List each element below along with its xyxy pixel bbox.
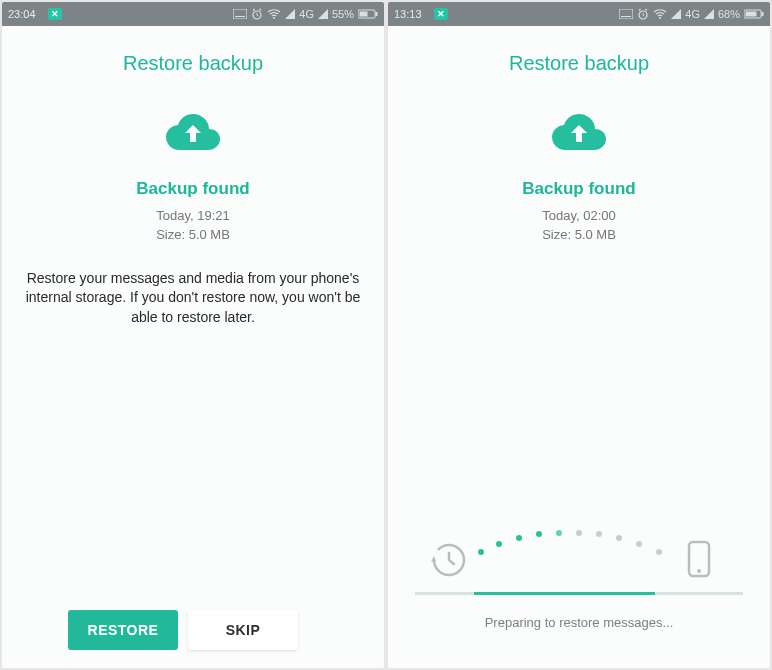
- wifi-icon: [653, 9, 667, 19]
- status-time: 23:04: [8, 8, 36, 20]
- backup-time: Today, 02:00: [542, 207, 616, 226]
- alarm-icon: [637, 8, 649, 20]
- content-area: Restore backup Backup found Today, 02:00…: [388, 26, 770, 668]
- progress-fill: [474, 592, 655, 595]
- card-icon: [619, 9, 633, 19]
- signal-icon: [671, 9, 681, 19]
- transfer-animation: [388, 522, 770, 582]
- phone-screen-right: 13:13 ✕ 4G 68% Restore backup: [388, 2, 770, 668]
- backup-found-title: Backup found: [522, 179, 635, 199]
- svg-point-10: [659, 17, 661, 19]
- statusbar: 23:04 ✕ 4G 55%: [2, 2, 384, 26]
- app-badge-icon: ✕: [434, 8, 448, 20]
- svg-rect-1: [235, 16, 245, 17]
- skip-button[interactable]: SKIP: [188, 610, 298, 650]
- statusbar: 13:13 ✕ 4G 68%: [388, 2, 770, 26]
- battery-percent: 68%: [718, 8, 740, 20]
- progress-bar: [415, 592, 744, 595]
- svg-rect-5: [360, 12, 368, 17]
- network-label: 4G: [299, 8, 314, 20]
- backup-size: Size: 5.0 MB: [156, 226, 230, 245]
- cloud-upload-icon: [164, 111, 222, 157]
- signal-icon: [285, 9, 295, 19]
- cloud-upload-icon: [550, 111, 608, 157]
- svg-point-15: [478, 549, 484, 555]
- restore-description: Restore your messages and media from you…: [2, 269, 384, 328]
- app-badge-icon: ✕: [48, 8, 62, 20]
- progress-status-text: Preparing to restore messages...: [485, 615, 674, 630]
- svg-rect-13: [762, 12, 764, 16]
- card-icon: [233, 9, 247, 19]
- page-title: Restore backup: [123, 52, 263, 75]
- page-title: Restore backup: [509, 52, 649, 75]
- backup-time: Today, 19:21: [156, 207, 230, 226]
- action-row: RESTORE SKIP: [2, 610, 384, 668]
- svg-point-16: [496, 541, 502, 547]
- backup-meta: Today, 19:21 Size: 5.0 MB: [156, 207, 230, 245]
- phone-screen-left: 23:04 ✕ 4G 55% Restore backup: [2, 2, 384, 668]
- svg-point-20: [576, 530, 582, 536]
- svg-rect-0: [233, 9, 247, 19]
- restore-button[interactable]: RESTORE: [68, 610, 178, 650]
- svg-point-3: [273, 17, 275, 19]
- status-time: 13:13: [394, 8, 422, 20]
- battery-icon: [744, 9, 764, 19]
- signal-icon-2: [704, 9, 714, 19]
- wifi-icon: [267, 9, 281, 19]
- backup-size: Size: 5.0 MB: [542, 226, 616, 245]
- svg-rect-6: [376, 12, 378, 16]
- svg-point-17: [516, 535, 522, 541]
- svg-point-26: [697, 569, 701, 573]
- progress-area: Preparing to restore messages...: [388, 522, 770, 668]
- svg-rect-7: [619, 9, 633, 19]
- svg-rect-8: [621, 16, 631, 17]
- svg-point-19: [556, 530, 562, 536]
- svg-rect-12: [746, 12, 757, 17]
- backup-meta: Today, 02:00 Size: 5.0 MB: [542, 207, 616, 245]
- svg-point-22: [616, 535, 622, 541]
- battery-icon: [358, 9, 378, 19]
- svg-point-24: [656, 549, 662, 555]
- signal-icon-2: [318, 9, 328, 19]
- content-area: Restore backup Backup found Today, 19:21…: [2, 26, 384, 668]
- backup-found-title: Backup found: [136, 179, 249, 199]
- battery-percent: 55%: [332, 8, 354, 20]
- alarm-icon: [251, 8, 263, 20]
- network-label: 4G: [685, 8, 700, 20]
- svg-point-18: [536, 531, 542, 537]
- svg-point-23: [636, 541, 642, 547]
- svg-point-21: [596, 531, 602, 537]
